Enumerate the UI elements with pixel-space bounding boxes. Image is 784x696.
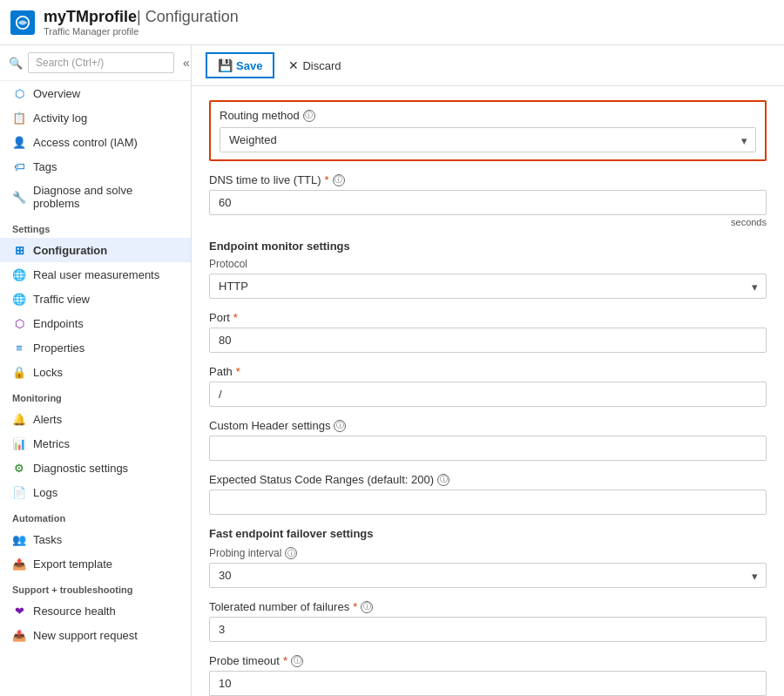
sidebar-item-alerts[interactable]: 🔔 Alerts (0, 407, 191, 431)
toolbar: 💾 Save ✕ Discard (192, 45, 784, 86)
sidebar-item-label: Tasks (33, 533, 62, 546)
expected-status-label-text: Expected Status Code Ranges (default: 20… (209, 473, 434, 486)
sidebar-item-label: Export template (33, 557, 112, 571)
sidebar-item-label: New support request (33, 629, 138, 642)
tolerated-failures-required: * (353, 600, 357, 613)
automation-heading: Automation (0, 504, 191, 527)
search-input[interactable] (28, 52, 174, 73)
protocol-select[interactable]: HTTP HTTPS TCP (209, 274, 767, 299)
resource-health-icon: ❤ (12, 604, 26, 618)
probe-timeout-info-icon[interactable]: ⓘ (291, 655, 303, 667)
sidebar-item-traffic-view[interactable]: 🌐 Traffic view (0, 287, 191, 311)
sidebar-item-logs[interactable]: 📄 Logs (0, 480, 191, 504)
custom-header-section: Custom Header settings ⓘ (209, 419, 767, 461)
port-required: * (233, 311, 238, 324)
sidebar-item-endpoints[interactable]: ⬡ Endpoints (0, 311, 191, 335)
sidebar-item-label: Traffic view (33, 293, 90, 306)
sidebar-item-tasks[interactable]: 👥 Tasks (0, 527, 191, 551)
sidebar-item-overview[interactable]: ⬡ Overview (0, 81, 191, 105)
sidebar-item-metrics[interactable]: 📊 Metrics (0, 431, 191, 456)
sidebar-item-diagnostic-settings[interactable]: ⚙ Diagnostic settings (0, 456, 191, 480)
sidebar-item-configuration[interactable]: ⊞ Configuration (0, 238, 191, 262)
sidebar-item-label: Activity log (33, 111, 87, 125)
metrics-icon: 📊 (12, 436, 26, 450)
path-section: Path * (209, 365, 767, 407)
save-button[interactable]: 💾 Save (206, 52, 274, 78)
tolerated-failures-input[interactable] (209, 617, 767, 642)
real-user-icon: 🌐 (12, 267, 26, 281)
sidebar-item-diagnose[interactable]: 🔧 Diagnose and solve problems (0, 179, 191, 215)
endpoint-monitor-label: Endpoint monitor settings (209, 240, 767, 253)
sidebar-item-label: Tags (33, 160, 57, 173)
dns-ttl-section: DNS time to live (TTL) * ⓘ seconds (209, 173, 767, 227)
sidebar: 🔍 « ⬡ Overview 📋 Activity log 👤 Access c… (0, 45, 192, 696)
sidebar-item-tags[interactable]: 🏷 Tags (0, 154, 191, 179)
port-section: Port * (209, 311, 767, 353)
sidebar-item-label: Real user measurements (33, 268, 159, 281)
sidebar-item-export-template[interactable]: 📤 Export template (0, 551, 191, 576)
sidebar-item-resource-health[interactable]: ❤ Resource health (0, 598, 191, 623)
page-section: | Configuration (137, 8, 239, 25)
sidebar-item-real-user[interactable]: 🌐 Real user measurements (0, 262, 191, 287)
discard-icon: ✕ (288, 58, 299, 72)
sidebar-item-new-support[interactable]: 📤 New support request (0, 623, 191, 647)
sidebar-item-label: Diagnostic settings (33, 462, 128, 475)
sidebar-item-label: Locks (33, 366, 63, 379)
monitoring-heading: Monitoring (0, 384, 191, 407)
discard-label: Discard (302, 59, 341, 72)
sidebar-item-label: Configuration (33, 244, 107, 257)
custom-header-label-text: Custom Header settings (209, 419, 330, 432)
tolerated-failures-label: Tolerated number of failures * ⓘ (209, 600, 767, 613)
access-control-icon: 👤 (12, 135, 26, 149)
port-input[interactable] (209, 328, 767, 353)
dns-ttl-suffix: seconds (209, 217, 767, 227)
tags-icon: 🏷 (12, 159, 26, 173)
expected-status-info-icon[interactable]: ⓘ (437, 474, 449, 486)
tolerated-failures-info-icon[interactable]: ⓘ (361, 601, 373, 613)
sidebar-item-label: Diagnose and solve problems (33, 184, 179, 210)
top-bar: myTMprofile| Configuration Traffic Manag… (0, 0, 784, 45)
properties-icon: ≡ (12, 341, 26, 355)
sidebar-item-activity-log[interactable]: 📋 Activity log (0, 105, 191, 130)
probe-timeout-required: * (283, 654, 287, 667)
activity-log-icon: 📋 (12, 111, 26, 125)
logs-icon: 📄 (12, 485, 26, 499)
sidebar-item-label: Resource health (33, 605, 116, 618)
save-icon: 💾 (218, 58, 233, 72)
path-required: * (236, 365, 240, 378)
expected-status-input[interactable] (209, 490, 767, 515)
sidebar-item-locks[interactable]: 🔒 Locks (0, 360, 191, 384)
export-template-icon: 📤 (12, 557, 26, 571)
discard-button[interactable]: ✕ Discard (278, 54, 351, 77)
probe-timeout-input[interactable] (209, 671, 767, 696)
probing-interval-info-icon[interactable]: ⓘ (285, 547, 297, 559)
probing-interval-select[interactable]: 30 10 (209, 563, 767, 588)
probe-timeout-label: Probe timeout * ⓘ (209, 654, 767, 667)
routing-method-select[interactable]: Weighted Performance Priority Geographic… (220, 127, 756, 152)
probe-timeout-section: Probe timeout * ⓘ seconds (209, 654, 767, 696)
app-icon (10, 10, 35, 35)
dns-ttl-label-text: DNS time to live (TTL) (209, 173, 321, 186)
overview-icon: ⬡ (12, 86, 26, 100)
custom-header-info-icon[interactable]: ⓘ (334, 420, 346, 432)
protocol-sub-label: Protocol (209, 258, 767, 270)
probing-interval-label-text: Probing interval (209, 547, 281, 559)
page-title: myTMprofile| Configuration Traffic Manag… (44, 8, 239, 37)
resource-type: Traffic Manager profile (44, 26, 239, 37)
probing-interval-select-wrapper: 30 10 ▾ (209, 563, 767, 588)
protocol-select-wrapper: HTTP HTTPS TCP ▾ (209, 274, 767, 299)
custom-header-input[interactable] (209, 436, 767, 461)
routing-method-label-text: Routing method (220, 109, 300, 122)
expected-status-label: Expected Status Code Ranges (default: 20… (209, 473, 767, 486)
dns-ttl-info-icon[interactable]: ⓘ (333, 174, 345, 186)
settings-heading: Settings (0, 215, 191, 238)
dns-ttl-input[interactable] (209, 190, 767, 215)
sidebar-item-label: Metrics (33, 437, 70, 450)
sidebar-item-properties[interactable]: ≡ Properties (0, 335, 191, 360)
path-input[interactable] (209, 382, 767, 407)
diagnose-icon: 🔧 (12, 190, 26, 204)
collapse-button[interactable]: « (179, 54, 192, 71)
dns-ttl-label: DNS time to live (TTL) * ⓘ (209, 173, 767, 186)
sidebar-item-access-control[interactable]: 👤 Access control (IAM) (0, 130, 191, 154)
routing-method-info-icon[interactable]: ⓘ (303, 110, 315, 122)
